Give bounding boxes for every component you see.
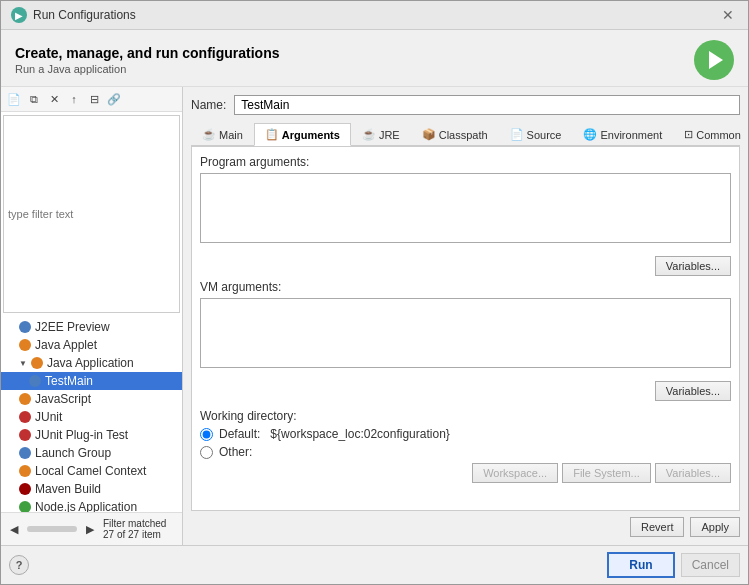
program-args-section: Program arguments: xyxy=(200,155,731,246)
bottom-left: ? xyxy=(9,555,29,575)
jre-tab-icon: ☕ xyxy=(362,128,376,141)
testmain-icon xyxy=(29,375,41,387)
export-config-button[interactable]: ↑ xyxy=(65,90,83,108)
filter-status: Filter matched 27 of 27 item xyxy=(99,516,178,542)
revert-apply-row: Revert Apply xyxy=(191,511,740,537)
sidebar-item-label: Launch Group xyxy=(35,446,111,460)
run-button[interactable]: Run xyxy=(607,552,674,578)
config-name-input[interactable] xyxy=(234,95,740,115)
cancel-button[interactable]: Cancel xyxy=(681,553,740,577)
new-config-button[interactable]: 📄 xyxy=(5,90,23,108)
vm-variables-button[interactable]: Variables... xyxy=(655,381,731,401)
sidebar-item-label: Java Application xyxy=(47,356,134,370)
javascript-icon xyxy=(19,393,31,405)
duplicate-config-button[interactable]: ⧉ xyxy=(25,90,43,108)
arguments-tab-icon: 📋 xyxy=(265,128,279,141)
nav-next-button[interactable]: ▶ xyxy=(81,520,99,538)
sidebar-tree: J2EE Preview Java Applet ▼ Java Applicat… xyxy=(1,316,182,512)
vm-args-label: VM arguments: xyxy=(200,280,731,294)
sidebar-item-label: JavaScript xyxy=(35,392,91,406)
tab-environment[interactable]: 🌐 Environment xyxy=(572,123,673,145)
working-dir-label: Working directory: xyxy=(200,409,731,423)
vm-args-container xyxy=(200,298,731,371)
program-args-container xyxy=(200,173,731,246)
sidebar-item-label: Local Camel Context xyxy=(35,464,146,478)
run-configurations-window: ▶ Run Configurations ✕ Create, manage, a… xyxy=(0,0,749,585)
variables-button[interactable]: Variables... xyxy=(655,463,731,483)
tab-label: Main xyxy=(219,129,243,141)
tab-label: Source xyxy=(527,129,562,141)
other-radio[interactable] xyxy=(200,446,213,459)
sidebar-item-nodejs[interactable]: Node.js Application xyxy=(1,498,182,512)
other-radio-row: Other: xyxy=(200,445,731,459)
run-icon-button[interactable] xyxy=(694,40,734,80)
sidebar-item-launch-group[interactable]: Launch Group xyxy=(1,444,182,462)
sidebar-item-javascript[interactable]: JavaScript xyxy=(1,390,182,408)
tab-common[interactable]: ⊡ Common xyxy=(673,123,748,145)
junit-icon xyxy=(19,411,31,423)
vm-args-section: VM arguments: xyxy=(200,280,731,371)
maven-icon xyxy=(19,483,31,495)
sidebar-item-testmain[interactable]: TestMain xyxy=(1,372,182,390)
other-radio-label: Other: xyxy=(219,445,252,459)
sidebar-item-maven[interactable]: Maven Build xyxy=(1,480,182,498)
nav-prev-button[interactable]: ◀ xyxy=(5,520,23,538)
default-workspace-value: ${workspace_loc:02configuration} xyxy=(270,427,449,441)
program-variables-button[interactable]: Variables... xyxy=(655,256,731,276)
sidebar-item-java-application[interactable]: ▼ Java Application xyxy=(1,354,182,372)
content-area: Name: ☕ Main 📋 Arguments ☕ JRE 📦 xyxy=(183,87,748,545)
tab-main[interactable]: ☕ Main xyxy=(191,123,254,145)
nodejs-icon xyxy=(19,501,31,512)
workspace-button[interactable]: Workspace... xyxy=(472,463,558,483)
link-config-button[interactable]: 🔗 xyxy=(105,90,123,108)
collapse-all-button[interactable]: ⊟ xyxy=(85,90,103,108)
tab-content-arguments: Program arguments: Variables... VM argum… xyxy=(191,146,740,511)
name-label: Name: xyxy=(191,98,226,112)
sidebar-item-label: TestMain xyxy=(45,374,93,388)
title-bar-left: ▶ Run Configurations xyxy=(11,7,136,23)
title-bar: ▶ Run Configurations ✕ xyxy=(1,1,748,30)
program-args-label: Program arguments: xyxy=(200,155,731,169)
tab-label: Common xyxy=(696,129,741,141)
apply-button[interactable]: Apply xyxy=(690,517,740,537)
vm-args-input[interactable] xyxy=(200,298,731,368)
filter-input[interactable] xyxy=(3,115,180,313)
tab-label: Arguments xyxy=(282,129,340,141)
sidebar-item-junit[interactable]: JUnit xyxy=(1,408,182,426)
revert-button[interactable]: Revert xyxy=(630,517,684,537)
name-row: Name: xyxy=(191,95,740,115)
sidebar-item-java-applet[interactable]: Java Applet xyxy=(1,336,182,354)
sidebar-item-label: J2EE Preview xyxy=(35,320,110,334)
delete-config-button[interactable]: ✕ xyxy=(45,90,63,108)
bottom-right: Run Cancel xyxy=(607,552,740,578)
header-text: Create, manage, and run configurations R… xyxy=(15,45,280,75)
sidebar-item-label: Java Applet xyxy=(35,338,97,352)
header-title: Create, manage, and run configurations xyxy=(15,45,280,61)
classpath-tab-icon: 📦 xyxy=(422,128,436,141)
tab-arguments[interactable]: 📋 Arguments xyxy=(254,123,351,146)
main-tab-icon: ☕ xyxy=(202,128,216,141)
sidebar-item-label: Node.js Application xyxy=(35,500,137,512)
default-radio[interactable] xyxy=(200,428,213,441)
program-args-input[interactable] xyxy=(200,173,731,243)
sidebar-item-label: JUnit Plug-in Test xyxy=(35,428,128,442)
window-title: Run Configurations xyxy=(33,8,136,22)
program-vars-row: Variables... xyxy=(200,256,731,276)
sidebar-item-local-camel[interactable]: Local Camel Context xyxy=(1,462,182,480)
header-subtitle: Run a Java application xyxy=(15,63,280,75)
close-button[interactable]: ✕ xyxy=(718,7,738,23)
sidebar-footer: ◀ ▶ Filter matched 27 of 27 item xyxy=(1,512,182,545)
tab-source[interactable]: 📄 Source xyxy=(499,123,573,145)
tab-classpath[interactable]: 📦 Classpath xyxy=(411,123,499,145)
common-tab-icon: ⊡ xyxy=(684,128,693,141)
java-applet-icon xyxy=(19,339,31,351)
tab-label: Classpath xyxy=(439,129,488,141)
sidebar-item-j2ee[interactable]: J2EE Preview xyxy=(1,318,182,336)
source-tab-icon: 📄 xyxy=(510,128,524,141)
camel-icon xyxy=(19,465,31,477)
sidebar-item-junit-plugin[interactable]: JUnit Plug-in Test xyxy=(1,426,182,444)
j2ee-icon xyxy=(19,321,31,333)
help-button[interactable]: ? xyxy=(9,555,29,575)
tab-jre[interactable]: ☕ JRE xyxy=(351,123,411,145)
filesystem-button[interactable]: File System... xyxy=(562,463,651,483)
